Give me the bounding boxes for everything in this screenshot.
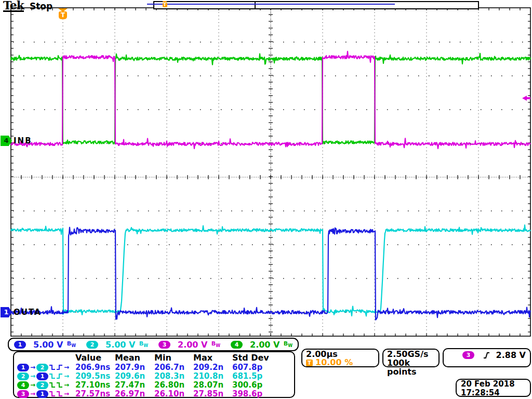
measurement-header-row: Value Mean Min Max Std Dev <box>17 353 294 363</box>
arrow-right-icon: → <box>64 381 69 389</box>
arrow-right-icon: → <box>30 373 35 380</box>
time: 17:28:54 <box>461 389 530 397</box>
column-header: Value <box>75 353 115 363</box>
channel4-badge: 4 <box>17 381 29 389</box>
column-header: Std Dev <box>232 353 294 363</box>
arrow-right-icon: → <box>64 373 69 380</box>
channel1-badge: 1 <box>14 341 26 349</box>
acquisition-status: Stop <box>30 1 52 11</box>
measurement-row-1: 1 → 2 → 206.9ns 207.9n 206.7n 209.2n 607… <box>17 363 294 371</box>
trigger-t-icon: T <box>163 3 167 7</box>
column-header: Min <box>154 353 193 363</box>
channel2-badge: 2 <box>86 341 98 349</box>
trigger-t-icon: T <box>59 11 67 19</box>
tek-logo: Tek <box>3 1 24 12</box>
falling-edge-icon <box>49 364 56 370</box>
arrow-right-icon: → <box>30 390 35 397</box>
arrow-right-icon: → <box>64 390 69 397</box>
record-trace-line <box>147 4 395 5</box>
channel1-badge: 1 <box>17 364 29 371</box>
channel2-badge: 2 <box>17 373 29 380</box>
channel3-badge: 3 <box>158 341 170 349</box>
channel2-badge: 2 <box>36 364 48 371</box>
channel1-badge: 1 <box>36 390 48 398</box>
trigger-t-icon: T <box>306 360 313 366</box>
falling-edge-icon <box>56 391 63 397</box>
waveform-label-outa: OUTA <box>14 308 42 317</box>
channel-readout-bar: 1 5.00 V BW 2 5.00 V BW 3 2.00 V BW 4 2.… <box>8 338 299 351</box>
record-window-divider <box>255 2 256 8</box>
bandwidth-limit-icon: BW <box>67 340 76 348</box>
measurement-row-3: 4 → 2 → 27.10ns 27.47n 26.80n 28.07n 300… <box>17 380 294 389</box>
channel3-readout[interactable]: 3 2.00 V BW <box>153 340 225 350</box>
record-view-bar[interactable] <box>153 1 479 9</box>
channel3-badge: 3 <box>17 390 29 398</box>
oscilloscope-screen: Tek Stop T T 4 INB 1 OUTA 1 5.00 V BW 2 … <box>0 0 532 399</box>
arrow-right-icon: → <box>30 364 35 371</box>
channel2-readout[interactable]: 2 5.00 V BW <box>81 340 153 350</box>
rising-edge-icon <box>56 364 63 370</box>
measurement-row-2: 2 → 1 → 209.5ns 209.6n 208.3n 210.8n 681… <box>17 371 294 380</box>
trigger-position-percent: 10.00 % <box>315 358 353 367</box>
channel1-scale: 5.00 V <box>33 340 63 350</box>
arrow-right-icon: → <box>30 381 35 389</box>
sample-rate: 2.50GS/s <box>387 350 438 358</box>
channel4-scale: 2.00 V <box>250 340 280 350</box>
channel3-scale: 2.00 V <box>178 340 207 350</box>
left-arrow-icon <box>522 95 531 101</box>
channel2-badge: 2 <box>36 381 48 389</box>
rising-edge-icon <box>483 351 490 359</box>
date: 20 Feb 2018 <box>461 380 530 389</box>
trigger-position-marker[interactable]: T <box>58 8 68 19</box>
record-length: 100k points <box>387 358 438 376</box>
falling-edge-icon <box>56 382 63 388</box>
falling-edge-icon <box>49 382 56 388</box>
channel2-scale: 5.00 V <box>105 340 135 350</box>
channel4-readout[interactable]: 4 2.00 V BW <box>225 340 298 350</box>
channel4-badge: 4 <box>231 341 243 349</box>
bandwidth-limit-icon: BW <box>139 340 148 348</box>
column-header: Max <box>193 353 232 363</box>
channel1-badge: 1 <box>36 373 48 380</box>
trigger-readout[interactable]: 3 2.88 V <box>443 348 531 367</box>
waveform-label-inb: INB <box>14 136 32 145</box>
datetime-readout: 20 Feb 2018 17:28:54 <box>456 379 531 397</box>
column-header: Mean <box>115 353 154 363</box>
channel3-badge: 3 <box>462 351 474 359</box>
horizontal-readout[interactable]: 2.00µs T 10.00 % <box>301 349 379 367</box>
rising-edge-icon <box>56 373 63 379</box>
bandwidth-limit-icon: BW <box>284 340 292 348</box>
trigger-level-marker[interactable] <box>522 94 531 103</box>
trigger-level: 2.88 V <box>496 350 526 360</box>
record-trigger-marker: T <box>162 1 168 8</box>
bandwidth-limit-icon: BW <box>211 340 220 348</box>
channel4-trace <box>11 54 530 144</box>
falling-edge-icon <box>49 373 56 379</box>
measurement-row-4: 3 → 1 → 27.57ns 26.97n 26.10n 27.85n 398… <box>17 389 294 398</box>
measurement-table: Value Mean Min Max Std Dev 1 → 2 → 206.9… <box>13 351 295 398</box>
channel1-readout[interactable]: 1 5.00 V BW <box>9 340 81 350</box>
arrow-right-icon: → <box>64 364 69 371</box>
falling-edge-icon <box>49 391 56 397</box>
acquisition-readout[interactable]: 2.50GS/s 100k points <box>382 349 440 367</box>
